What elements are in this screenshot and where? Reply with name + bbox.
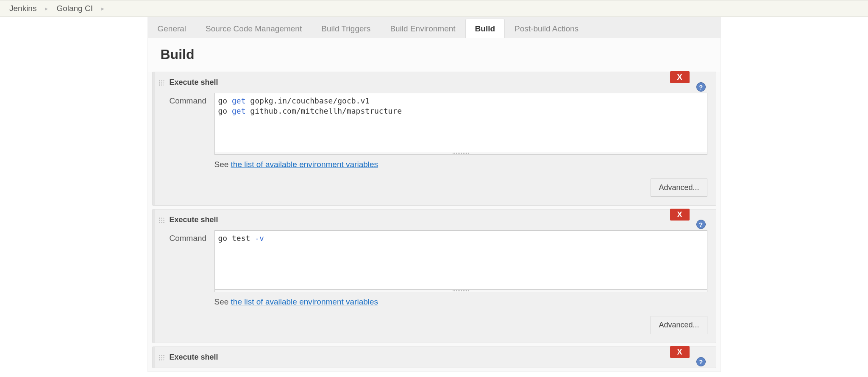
command-input[interactable]: go get gopkg.in/couchbase/gocb.v1 go get… xyxy=(214,93,707,152)
step-title: Execute shell xyxy=(170,215,218,224)
tab-post-build[interactable]: Post-build Actions xyxy=(505,19,588,38)
resize-handle-icon[interactable] xyxy=(214,152,707,155)
step-title: Execute shell xyxy=(170,353,218,362)
advanced-button[interactable]: Advanced... xyxy=(651,316,707,334)
tab-scm[interactable]: Source Code Management xyxy=(196,19,312,38)
tab-build[interactable]: Build xyxy=(465,19,505,38)
step-header: Execute shell xyxy=(153,209,716,230)
resize-handle-icon[interactable] xyxy=(214,290,707,292)
env-hint-prefix: See xyxy=(214,160,231,169)
breadcrumb: Jenkins ▸ Golang CI ▸ xyxy=(0,0,868,17)
chevron-right-icon: ▸ xyxy=(45,5,48,12)
section-title: Build xyxy=(148,38,721,72)
chevron-right-icon: ▸ xyxy=(101,5,104,12)
step-header: Execute shell xyxy=(153,72,716,93)
tab-general[interactable]: General xyxy=(148,19,196,38)
config-tabs: General Source Code Management Build Tri… xyxy=(148,17,721,38)
command-label: Command xyxy=(170,230,208,243)
breadcrumb-item-jenkins[interactable]: Jenkins xyxy=(9,4,36,13)
drag-handle-icon[interactable] xyxy=(159,80,164,86)
env-vars-link[interactable]: the list of available environment variab… xyxy=(231,297,378,306)
env-vars-hint: See the list of available environment va… xyxy=(214,297,707,307)
step-title: Execute shell xyxy=(170,78,218,87)
build-step: X ? Execute shell xyxy=(152,346,716,368)
breadcrumb-item-project[interactable]: Golang CI xyxy=(56,4,93,13)
build-steps: X ? Execute shell Command go get gopkg.i… xyxy=(148,72,721,371)
env-vars-link[interactable]: the list of available environment variab… xyxy=(231,160,378,169)
tab-build-env[interactable]: Build Environment xyxy=(380,19,465,38)
drag-handle-icon[interactable] xyxy=(159,217,164,223)
drag-handle-icon[interactable] xyxy=(159,355,164,360)
advanced-button[interactable]: Advanced... xyxy=(651,179,707,197)
tab-build-triggers[interactable]: Build Triggers xyxy=(312,19,380,38)
command-label: Command xyxy=(170,93,208,106)
build-step: X ? Execute shell Command go get gopkg.i… xyxy=(152,72,716,206)
step-header: Execute shell xyxy=(153,347,716,368)
env-hint-prefix: See xyxy=(214,297,231,306)
config-panel: General Source Code Management Build Tri… xyxy=(147,17,721,372)
env-vars-hint: See the list of available environment va… xyxy=(214,160,707,169)
command-input[interactable]: go test -v xyxy=(214,230,707,290)
build-step: X ? Execute shell Command go test -v See… xyxy=(152,209,716,343)
